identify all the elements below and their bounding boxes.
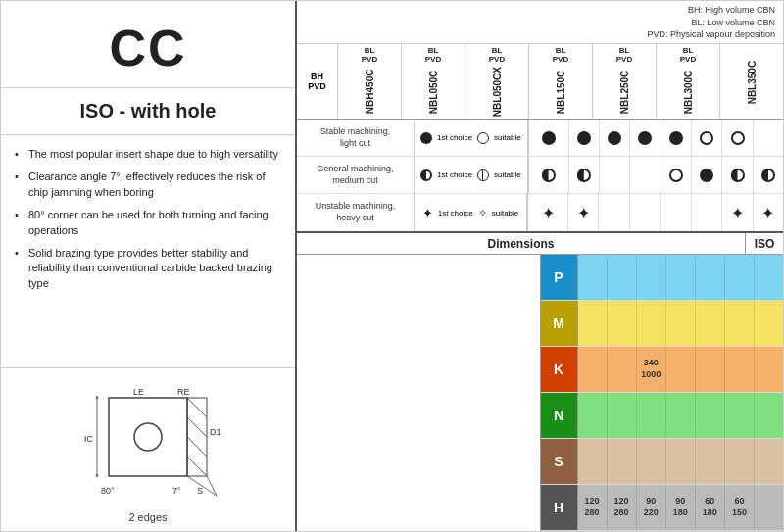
machining-cell-r0-c5 <box>722 120 753 156</box>
col-header-nbl150c: BLPVDNBL150C <box>529 44 593 119</box>
dimensions-label: Dimensions <box>297 233 746 254</box>
machining-cell-r0-c4 <box>692 120 722 156</box>
legend-bl: BL: Low volume CBN <box>691 18 775 27</box>
svg-line-6 <box>187 457 207 476</box>
mat-cell-S-2 <box>637 439 666 484</box>
dim-right-materials: PMK3401000NSH120280120280902209018060180… <box>541 255 784 531</box>
bullet-points: The most popular insert shape due to hig… <box>1 135 295 367</box>
mat-cell-K-4 <box>696 347 725 392</box>
svg-marker-2 <box>187 398 207 476</box>
mat-cell-P-3 <box>666 255 696 300</box>
mat-cell-M-0 <box>578 301 608 346</box>
mat-cell-S-0 <box>578 439 608 484</box>
mat-cell-K-2: 3401000 <box>637 347 666 392</box>
machining-row-2: Unstable machining, heavy cut✦1st choice… <box>297 194 783 231</box>
bullet-item: The most popular insert shape due to hig… <box>15 147 281 162</box>
legend-pvd: PVD: Physical vapour deposition <box>647 29 775 39</box>
machining-cell-r2-c1 <box>599 194 629 231</box>
mat-cell-M-6 <box>755 301 783 346</box>
material-row-N: N <box>541 393 784 439</box>
svg-text:80°: 80° <box>101 486 115 496</box>
mat-cell-H-6 <box>755 485 783 530</box>
svg-line-4 <box>187 417 207 437</box>
diagram-label: 2 edges <box>11 511 285 523</box>
bullet-item: Solid brazing type provides better stabi… <box>15 246 281 291</box>
machining-cell-r0-c6 <box>754 120 783 156</box>
dimensions-section: Dimensions ISO PMK3401000NSH120280120280… <box>297 233 783 531</box>
mat-cell-N-6 <box>755 393 783 438</box>
machining-cell-r2-c3 <box>661 194 691 231</box>
mat-cell-H-3: 90180 <box>666 485 696 530</box>
mat-cell-N-2 <box>637 393 666 438</box>
mat-cell-N-5 <box>725 393 755 438</box>
legend-row: BH: High volume CBN BL: Low volume CBN P… <box>297 1 783 44</box>
machining-cell-r0-c2 <box>630 120 661 156</box>
svg-text:RE: RE <box>177 387 190 397</box>
svg-text:S: S <box>197 486 203 496</box>
machining-cell-r1-c1 <box>600 157 630 193</box>
mat-cell-M-4 <box>696 301 725 346</box>
machining-cell-r2-c0: ✦ <box>568 194 599 231</box>
machining-cell-r2-c2 <box>630 194 661 231</box>
mat-cell-S-5 <box>725 439 755 484</box>
dim-rows: PMK3401000NSH120280120280902209018060180… <box>297 255 783 531</box>
mat-cell-P-0 <box>578 255 608 300</box>
mat-cell-H-2: 90220 <box>637 485 666 530</box>
mat-cell-S-6 <box>755 439 783 484</box>
machining-section: Stable machining, light cut1st choicesui… <box>297 120 783 233</box>
column-headers: BH PVD BLPVDNBH450CBLPVDNBL050CBLPVDNBL0… <box>297 44 783 120</box>
machining-cell-r0-c0 <box>569 120 600 156</box>
material-row-H: H12028012028090220901806018060150 <box>541 485 784 531</box>
machining-cell-r0-c1 <box>600 120 630 156</box>
cc-title: CC <box>1 1 295 88</box>
mat-cell-K-3 <box>666 347 696 392</box>
bh-pvd-header: BH PVD <box>297 44 338 119</box>
material-row-P: P <box>541 255 784 301</box>
mat-cell-H-5: 60150 <box>725 485 755 530</box>
iso-label: ISO <box>746 233 783 254</box>
col-header-nbl250c: BLPVDNBL250C <box>593 44 657 119</box>
main-container: CC ISO - with hole The most popular inse… <box>0 0 784 532</box>
mat-cell-H-0: 120280 <box>578 485 608 530</box>
mat-cell-K-6 <box>755 347 783 392</box>
mat-cell-K-5 <box>725 347 755 392</box>
col-header-nbl050cx: BLPVDNBL050CX <box>466 44 529 119</box>
machining-cell-r1-c3 <box>662 157 692 193</box>
legend-bh: BH: High volume CBN <box>688 5 775 15</box>
svg-line-3 <box>187 398 207 417</box>
svg-text:LE: LE <box>133 387 144 397</box>
svg-point-1 <box>134 423 162 451</box>
mat-cell-P-2 <box>637 255 666 300</box>
material-row-K: K3401000 <box>541 347 784 393</box>
col-header-nbl300c: BLPVDNBL300C <box>657 44 720 119</box>
legend-text: BH: High volume CBN BL: Low volume CBN P… <box>647 4 775 41</box>
svg-text:D1: D1 <box>210 427 221 437</box>
right-panel: BH: High volume CBN BL: Low volume CBN P… <box>297 1 783 531</box>
machining-cell-r1-c4 <box>692 157 722 193</box>
machining-row-1: General machining, medium cut1st choices… <box>297 157 783 194</box>
machining-cell-r1-c6 <box>754 157 783 193</box>
bullet-item: Clearance angle 7°, effectively reduces … <box>15 169 281 200</box>
col-header-nbl350c: NBL350C <box>720 44 783 119</box>
mat-cell-P-5 <box>725 255 755 300</box>
machining-cell-r1-c5 <box>722 157 753 193</box>
mat-cell-P-6 <box>755 255 783 300</box>
col-header-nbl050c: BLPVDNBL050C <box>402 44 466 119</box>
col-header-nbh450c: BLPVDNBH450C <box>338 44 402 119</box>
mat-cell-N-0 <box>578 393 608 438</box>
svg-text:IC: IC <box>84 434 94 444</box>
material-row-M: M <box>541 301 784 347</box>
mat-cell-H-4: 60180 <box>696 485 725 530</box>
mat-cell-S-4 <box>696 439 725 484</box>
mat-cell-S-3 <box>666 439 696 484</box>
mat-cell-H-1: 120280 <box>608 485 637 530</box>
mat-cell-N-3 <box>666 393 696 438</box>
machining-cell-r1-c2 <box>630 157 661 193</box>
mat-cell-K-0 <box>578 347 608 392</box>
bullet-item: 80° corner can be used for both turning … <box>15 208 281 238</box>
left-panel: CC ISO - with hole The most popular inse… <box>1 1 297 531</box>
svg-text:7°: 7° <box>172 486 181 496</box>
mat-cell-N-4 <box>696 393 725 438</box>
mat-cell-M-5 <box>725 301 755 346</box>
machining-row-0: Stable machining, light cut1st choicesui… <box>297 120 783 157</box>
